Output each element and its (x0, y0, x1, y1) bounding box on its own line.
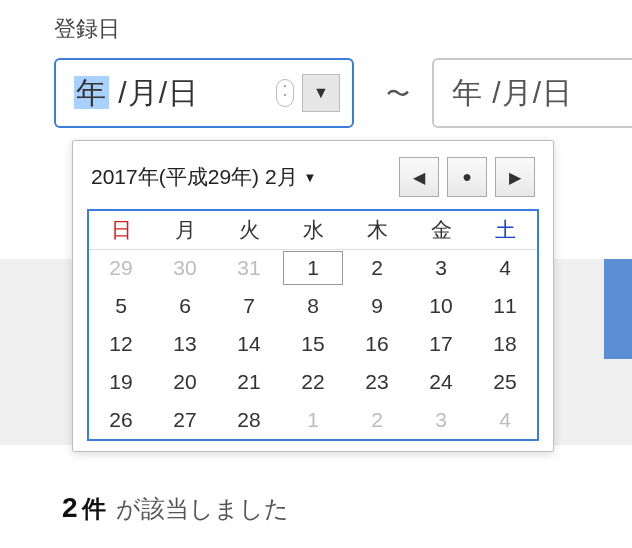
results-summary: 2 件 が該当しました (62, 492, 289, 525)
calendar-day[interactable]: 20 (153, 363, 217, 401)
calendar-day[interactable]: 25 (473, 363, 537, 401)
calendar-day[interactable]: 4 (473, 249, 537, 287)
calendar-day[interactable]: 21 (217, 363, 281, 401)
calendar-day[interactable]: 3 (409, 401, 473, 439)
date-from-input[interactable]: 年 /月/日 ˄ ˅ ▼ (54, 58, 354, 128)
calendar-day[interactable]: 7 (217, 287, 281, 325)
calendar-day[interactable]: 11 (473, 287, 537, 325)
calendar-day[interactable]: 13 (153, 325, 217, 363)
calendar-day[interactable]: 8 (281, 287, 345, 325)
weekday-header: 土 (473, 211, 537, 249)
weekday-header: 火 (217, 211, 281, 249)
calendar-day[interactable]: 4 (473, 401, 537, 439)
today-button[interactable]: ● (447, 157, 487, 197)
date-from-placeholder: 年 /月/日 (74, 73, 199, 114)
calendar-day[interactable]: 29 (89, 249, 153, 287)
calendar-header: 2017年(平成29年) 2月 ▼ ◀ ● ▶ (87, 157, 539, 197)
calendar-day[interactable]: 31 (217, 249, 281, 287)
calendar-day[interactable]: 2 (345, 401, 409, 439)
triangle-down-icon: ▼ (304, 170, 317, 185)
results-count: 2 (62, 492, 78, 524)
calendar-day[interactable]: 12 (89, 325, 153, 363)
range-separator: 〜 (386, 78, 410, 110)
calendar-day[interactable]: 10 (409, 287, 473, 325)
calendar-day[interactable]: 9 (345, 287, 409, 325)
calendar-day[interactable]: 3 (409, 249, 473, 287)
date-to-placeholder: 年 /月/日 (452, 73, 573, 114)
calendar-day[interactable]: 24 (409, 363, 473, 401)
calendar-day[interactable]: 19 (89, 363, 153, 401)
calendar-day[interactable]: 26 (89, 401, 153, 439)
results-text: が該当しました (116, 493, 289, 525)
calendar-grid: 日月火水木金土 29303112345678910111213141516171… (87, 209, 539, 441)
calendar-month-select[interactable]: 2017年(平成29年) 2月 ▼ (91, 163, 316, 191)
calendar-day[interactable]: 1 (281, 249, 345, 287)
weekday-header: 日 (89, 211, 153, 249)
calendar-day[interactable]: 18 (473, 325, 537, 363)
calendar-day[interactable]: 6 (153, 287, 217, 325)
calendar-title-text: 2017年(平成29年) 2月 (91, 163, 298, 191)
weekday-header: 水 (281, 211, 345, 249)
calendar-day[interactable]: 1 (281, 401, 345, 439)
weekday-header: 金 (409, 211, 473, 249)
calendar-day[interactable]: 28 (217, 401, 281, 439)
date-from-dropdown-button[interactable]: ▼ (302, 74, 340, 112)
calendar-day[interactable]: 14 (217, 325, 281, 363)
date-from-year: 年 (74, 76, 109, 109)
calendar-day[interactable]: 30 (153, 249, 217, 287)
field-label: 登録日 (54, 14, 120, 44)
triangle-left-icon: ◀ (413, 168, 425, 187)
dot-icon: ● (462, 168, 472, 186)
stepper-icon[interactable]: ˄ ˅ (276, 79, 294, 107)
date-to-input[interactable]: 年 /月/日 (432, 58, 632, 128)
weekday-header: 木 (345, 211, 409, 249)
calendar-popup: 2017年(平成29年) 2月 ▼ ◀ ● ▶ 日月火水木金土 29303112… (72, 140, 554, 452)
triangle-right-icon: ▶ (509, 168, 521, 187)
next-month-button[interactable]: ▶ (495, 157, 535, 197)
calendar-day[interactable]: 27 (153, 401, 217, 439)
calendar-day[interactable]: 22 (281, 363, 345, 401)
calendar-day[interactable]: 5 (89, 287, 153, 325)
triangle-down-icon: ▼ (313, 84, 329, 102)
calendar-nav: ◀ ● ▶ (399, 157, 535, 197)
weekday-header: 月 (153, 211, 217, 249)
prev-month-button[interactable]: ◀ (399, 157, 439, 197)
calendar-day[interactable]: 15 (281, 325, 345, 363)
background-accent (604, 259, 632, 359)
calendar-day[interactable]: 17 (409, 325, 473, 363)
calendar-day[interactable]: 16 (345, 325, 409, 363)
results-unit: 件 (82, 493, 106, 525)
calendar-day[interactable]: 23 (345, 363, 409, 401)
calendar-day[interactable]: 2 (345, 249, 409, 287)
